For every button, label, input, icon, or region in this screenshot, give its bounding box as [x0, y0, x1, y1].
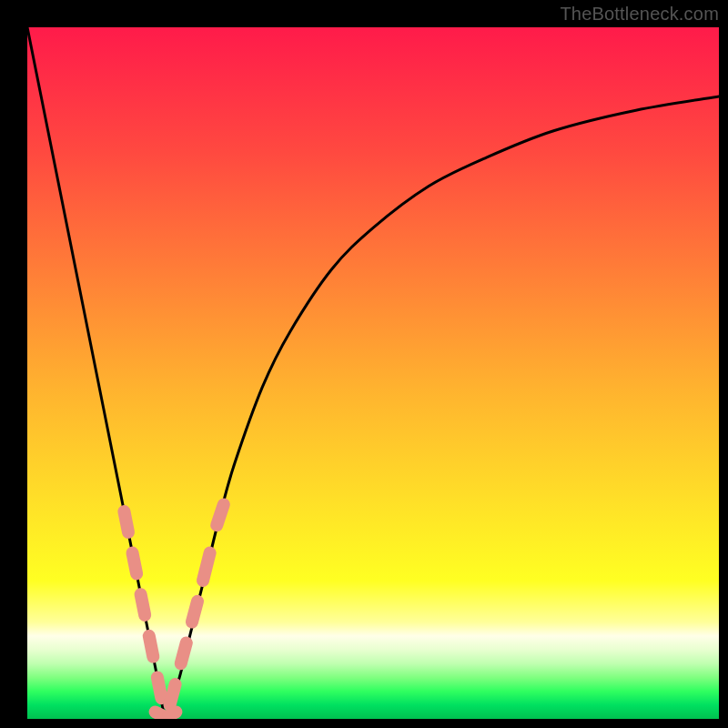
dash-segment [203, 553, 210, 581]
dash-segment [169, 712, 177, 715]
dash-segment [157, 677, 162, 698]
dash-segment [192, 602, 197, 622]
dash-segment [156, 712, 163, 715]
dash-segment [141, 594, 146, 615]
dash-segment [170, 684, 176, 705]
dash-segment [181, 642, 187, 663]
dash-segment [133, 553, 137, 574]
dash-segment [149, 636, 154, 657]
plot-area [27, 27, 719, 719]
watermark-text: TheBottleneck.com [560, 4, 719, 25]
curve-svg [27, 27, 719, 719]
dash-markers [124, 504, 223, 715]
chart-frame: TheBottleneck.com [0, 0, 728, 728]
bottleneck-curve [27, 27, 719, 719]
dash-segment [124, 511, 128, 532]
dash-segment [217, 504, 224, 525]
